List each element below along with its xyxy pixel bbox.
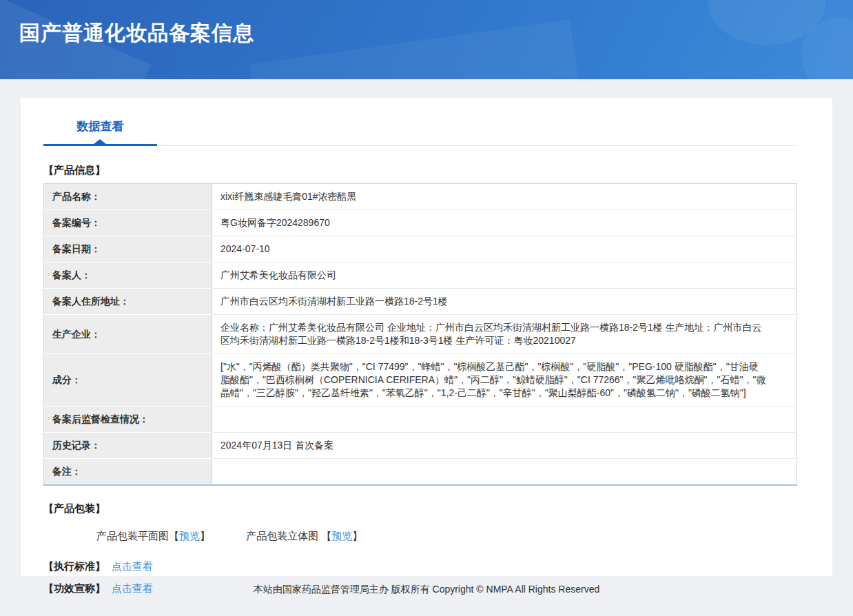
table-row: 产品名称：xixi纤翘束感睫毛膏01#浓密酷黑 [44, 184, 797, 210]
table-row: 生产企业：企业名称：广州艾希美化妆品有限公司 企业地址：广州市白云区均禾街清湖村… [44, 315, 797, 354]
row-label: 备注： [44, 459, 212, 486]
row-value: 2024年07月13日 首次备案 [212, 433, 797, 459]
product-info-table: 产品名称：xixi纤翘束感睫毛膏01#浓密酷黑备案编号：粤G妆网备字202428… [43, 183, 797, 486]
standard-line: 【执行标准】 点击查看 [43, 560, 810, 573]
packaging-stereo-item: 产品包装立体图 【预览】 [246, 530, 362, 543]
efficacy-view-link[interactable]: 点击查看 [112, 582, 153, 595]
section-heading-product-info: 【产品信息】 [43, 164, 810, 177]
packaging-flat-label: 产品包装平面图 [96, 530, 169, 542]
page-title: 国产普通化妆品备案信息 [0, 0, 853, 48]
table-row: 备案人：广州艾希美化妆品有限公司 [44, 263, 797, 289]
packaging-stereo-label: 产品包装立体图 [246, 530, 321, 542]
row-label: 备案编号： [44, 210, 212, 236]
row-label: 备案人： [44, 263, 212, 289]
bracket-close: 】 [200, 530, 210, 542]
tab-underline [43, 144, 797, 146]
bracket-open: 【 [169, 530, 179, 542]
active-tab-indicator [43, 144, 157, 146]
row-value: 2024-07-10 [212, 236, 797, 263]
bracket-close: 】 [352, 530, 362, 542]
row-value [212, 459, 797, 486]
content-card: 数据查看 【产品信息】 产品名称：xixi纤翘束感睫毛膏01#浓密酷黑备案编号：… [21, 98, 832, 576]
row-value: ["水"，"丙烯酸（酯）类共聚物"，"CI 77499"，"蜂蜡"，"棕榈酸乙基… [212, 354, 797, 407]
standard-view-link[interactable]: 点击查看 [112, 560, 153, 573]
row-label: 成分： [44, 354, 212, 407]
table-row: 备案编号：粤G妆网备字2024289670 [44, 210, 797, 236]
row-label: 备案后监督检查情况： [44, 407, 212, 433]
packaging-stereo-preview-link[interactable]: 预览 [331, 530, 352, 542]
table-row: 备案后监督检查情况： [44, 407, 797, 433]
section-heading-standard: 【执行标准】 [43, 560, 105, 573]
row-value: 广州市白云区均禾街清湖村新工业路一横路18-2号1楼 [212, 289, 797, 315]
row-value [212, 407, 797, 433]
row-value: xixi纤翘束感睫毛膏01#浓密酷黑 [212, 184, 797, 210]
footer-text: 本站由国家药品监督管理局主办 版权所有 Copyright © NMPA All… [254, 584, 599, 595]
packaging-flat-preview-link[interactable]: 预览 [179, 530, 200, 542]
page-header-banner: 国产普通化妆品备案信息 [0, 0, 853, 79]
packaging-flat-item: 产品包装平面图【预览】 [96, 530, 210, 543]
table-row: 历史记录：2024年07月13日 首次备案 [44, 433, 797, 459]
bracket-open: 【 [321, 530, 331, 542]
row-label: 备案人住所地址： [44, 289, 212, 315]
tab-bar: 数据查看 [43, 119, 797, 146]
table-row: 备案日期：2024-07-10 [44, 236, 797, 263]
table-row: 备注： [44, 459, 797, 486]
row-value: 企业名称：广州艾希美化妆品有限公司 企业地址：广州市白云区均禾街清湖村新工业路一… [212, 315, 797, 354]
table-row: 成分：["水"，"丙烯酸（酯）类共聚物"，"CI 77499"，"蜂蜡"，"棕榈… [44, 354, 797, 407]
packaging-preview-line: 产品包装平面图【预览】 产品包装立体图 【预览】 [96, 530, 810, 543]
active-tab-arrow-icon [94, 139, 106, 144]
table-row: 备案人住所地址：广州市白云区均禾街清湖村新工业路一横路18-2号1楼 [44, 289, 797, 315]
section-heading-efficacy: 【功效宣称】 [43, 582, 105, 595]
row-label: 历史记录： [44, 433, 212, 459]
product-info-table-body: 产品名称：xixi纤翘束感睫毛膏01#浓密酷黑备案编号：粤G妆网备字202428… [44, 184, 797, 486]
row-label: 产品名称： [44, 184, 212, 210]
row-value: 粤G妆网备字2024289670 [212, 210, 797, 236]
row-value: 广州艾希美化妆品有限公司 [212, 263, 797, 289]
row-label: 生产企业： [44, 315, 212, 354]
row-label: 备案日期： [44, 236, 212, 263]
section-heading-packaging: 【产品包装】 [43, 502, 810, 515]
